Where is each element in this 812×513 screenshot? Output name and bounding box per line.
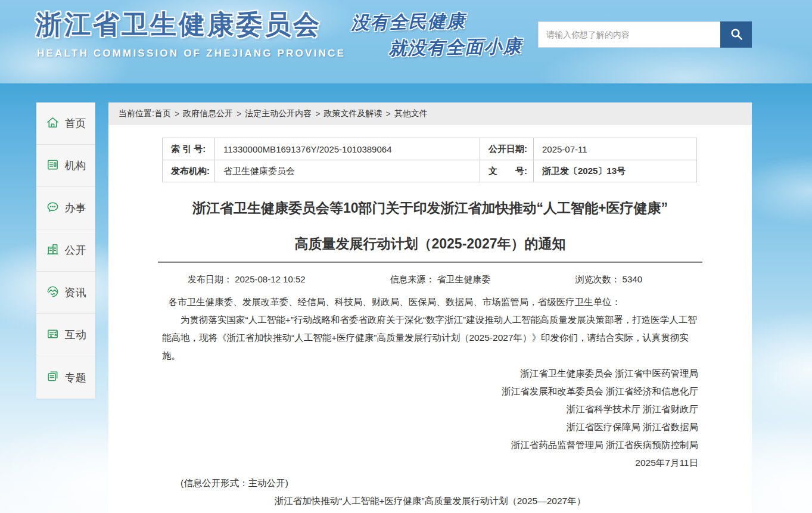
sidebar-item-label: 资讯 [65, 285, 86, 300]
form-check-icon [46, 327, 60, 343]
breadcrumb-link-gov-info[interactable]: 政府信息公开 [183, 108, 233, 119]
publish-datetime: 发布日期： 2025-08-12 10:52 [188, 274, 306, 286]
page-title-line-2: 高质量发展行动计划（2025-2027年）的通知 [162, 235, 698, 253]
stacked-pages-icon [46, 369, 60, 385]
index-number-value: 11330000MB1691376Y/2025-1010389064 [215, 138, 480, 160]
sidebar-item-news[interactable]: 资讯 [36, 272, 95, 314]
signature-line: 浙江省科学技术厅 浙江省财政厅 [162, 400, 698, 418]
page: 浙江省卫生健康委员会 HEALTH COMMISSION OF ZHEJIANG… [0, 0, 812, 513]
title-divider [158, 262, 702, 263]
sidebar-item-services[interactable]: 办事 [36, 187, 95, 229]
index-number-label: 索 引 号: [163, 138, 215, 160]
breadcrumb-link-other[interactable]: 其他文件 [394, 108, 428, 119]
doc-info-table: 索 引 号: 11330000MB1691376Y/2025-101038906… [162, 138, 697, 182]
breadcrumb-separator: > [315, 109, 320, 119]
building-icon [46, 242, 60, 259]
site-title: 浙江省卫生健康委员会 [36, 7, 322, 42]
article-content: 索 引 号: 11330000MB1691376Y/2025-101038906… [108, 138, 752, 510]
site-slogan: 没有全民健康 就没有全面小康 [351, 7, 522, 63]
breadcrumb-link-home[interactable]: 首页 [154, 108, 171, 119]
breadcrumb-separator: > [385, 109, 390, 119]
search-icon [729, 27, 743, 43]
search-input[interactable] [538, 21, 720, 48]
breadcrumb-prefix: 当前位置: [119, 108, 154, 119]
sidebar-item-label: 机构 [65, 158, 86, 173]
issuing-agency-label: 发布机构: [163, 160, 215, 182]
disclosure-note: (信息公开形式：主动公开) [162, 474, 698, 492]
paragraph-recipients: 各市卫生健康委、发展改革委、经信局、科技局、财政局、医保局、数据局、市场监管局，… [162, 293, 698, 311]
breadcrumb-link-statutory[interactable]: 法定主动公开内容 [245, 108, 312, 119]
sidebar-item-label: 办事 [65, 201, 86, 215]
sidebar-item-home[interactable]: 首页 [36, 102, 95, 145]
signature-line: 浙江省医疗保障局 浙江省数据局 [162, 418, 698, 436]
search-button[interactable] [720, 21, 752, 48]
breadcrumb-link-policy[interactable]: 政策文件及解读 [323, 108, 382, 119]
home-icon [46, 116, 60, 132]
org-document-icon [46, 158, 60, 174]
table-row: 索 引 号: 11330000MB1691376Y/2025-101038906… [163, 138, 697, 160]
chat-bubble-icon [46, 200, 60, 216]
signature-line: 浙江省发展和改革委员会 浙江省经济和信息化厅 [162, 383, 698, 400]
sidebar-item-label: 公开 [65, 243, 86, 257]
article-meta: 发布日期： 2025-08-12 10:52 信息来源： 省卫生健康委 浏览次数… [162, 274, 698, 286]
publish-date-label: 公开日期: [480, 138, 534, 160]
site-header: 浙江省卫生健康委员会 HEALTH COMMISSION OF ZHEJIANG… [0, 0, 812, 83]
sidebar-item-label: 首页 [65, 116, 86, 130]
handshake-icon [46, 285, 60, 301]
info-source: 信息来源： 省卫生健康委 [390, 274, 490, 286]
table-row: 发布机构: 省卫生健康委员会 文 号: 浙卫发〔2025〕13号 [163, 160, 697, 182]
doc-number-label: 文 号: [480, 160, 534, 182]
paragraph-main: 为贯彻落实国家“人工智能+”行动战略和省委省政府关于深化“数字浙江”建设推动人工… [162, 311, 698, 365]
publish-date-value: 2025-07-11 [534, 138, 697, 160]
view-count: 浏览次数： 5340 [575, 274, 642, 286]
breadcrumb: 当前位置:首页 > 政府信息公开 > 法定主动公开内容 > 政策文件及解读 > … [108, 102, 752, 125]
signature-line: 浙江省药品监督管理局 浙江省疾病预防控制局 [162, 436, 698, 454]
issuing-agency-value: 省卫生健康委员会 [215, 160, 480, 182]
slogan-line-1: 没有全民健康 [351, 7, 522, 36]
sidebar-item-org[interactable]: 机构 [36, 145, 95, 187]
sidebar-item-label: 专题 [65, 371, 86, 385]
sidebar-item-topics[interactable]: 专题 [36, 356, 95, 399]
slogan-line-2: 就没有全面小康 [388, 33, 522, 62]
site-search [538, 21, 752, 48]
sidebar-item-disclosure[interactable]: 公开 [36, 229, 95, 272]
sidebar-nav: 首页 机构 办事 公开 资讯 [36, 102, 95, 399]
page-title-line-1: 浙江省卫生健康委员会等10部门关于印发浙江省加快推动“人工智能+医疗健康” [162, 199, 698, 217]
signature-date: 2025年7月11日 [162, 454, 698, 472]
breadcrumb-separator: > [175, 109, 179, 119]
site-subtitle: HEALTH COMMISSION OF ZHEJIANG PROVINCE [37, 48, 346, 60]
sidebar-item-interaction[interactable]: 互动 [36, 314, 95, 356]
signature-line: 浙江省卫生健康委员会 浙江省中医药管理局 [162, 365, 698, 383]
attachment-title: 浙江省加快推动“人工智能+医疗健康”高质量发展行动计划（2025—2027年） [162, 492, 698, 510]
doc-number-value: 浙卫发〔2025〕13号 [534, 160, 697, 182]
article-body: 各市卫生健康委、发展改革委、经信局、科技局、财政局、医保局、数据局、市场监管局，… [162, 293, 698, 510]
main-panel: 当前位置:首页 > 政府信息公开 > 法定主动公开内容 > 政策文件及解读 > … [108, 102, 752, 513]
sidebar-item-label: 互动 [65, 328, 86, 342]
breadcrumb-separator: > [237, 109, 241, 119]
